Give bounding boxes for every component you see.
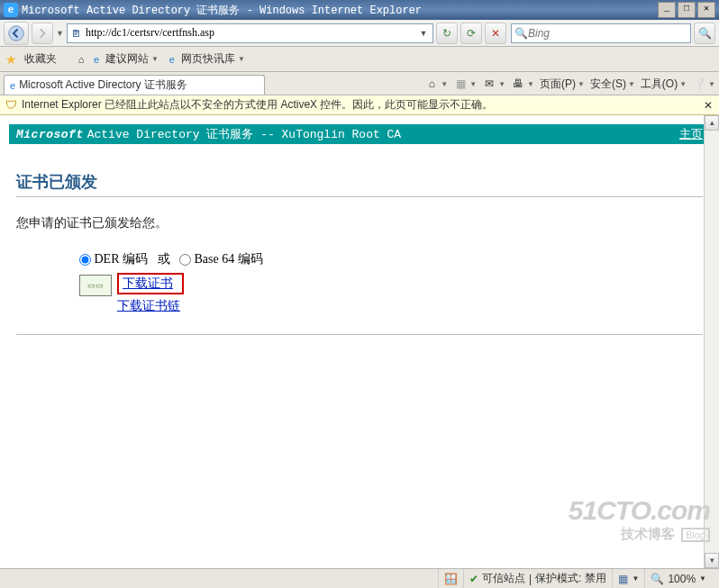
favorites-bar: ★ 收藏夹 ⌂ e 建议网站 ▼ e 网页快讯库 ▼ [0, 47, 719, 72]
chevron-down-icon: ▼ [708, 80, 715, 88]
favorites-item-label: 网页快讯库 [181, 51, 235, 67]
certsrv-banner-product: Microsoft [16, 128, 84, 141]
shield-check-icon: ✔ [469, 573, 478, 585]
certsrv-banner-text: Active Directory 证书服务 -- XuTonglin Root … [87, 126, 401, 142]
forward-button[interactable] [32, 23, 53, 44]
window-close-button[interactable]: ✕ [697, 2, 715, 18]
search-input[interactable] [528, 27, 688, 40]
content-area: Microsoft Active Directory 证书服务 -- XuTon… [0, 115, 719, 568]
home-icon: ⌂ [424, 77, 439, 91]
divider [16, 196, 703, 197]
page-menu[interactable]: 页面(P)▼ [540, 77, 585, 92]
certsrv-banner: Microsoft Active Directory 证书服务 -- XuTon… [9, 124, 710, 144]
zoom-icon: 🔍 [651, 573, 664, 585]
status-zoom[interactable]: 🔍 100% ▼ [645, 569, 719, 588]
help-icon: ❔ [692, 77, 706, 91]
chevron-down-icon: ▼ [441, 80, 448, 88]
url-input[interactable] [86, 26, 416, 40]
scroll-up-button[interactable]: ▴ [705, 115, 719, 131]
chevron-down-icon: ▼ [699, 574, 706, 583]
tools-menu[interactable]: 工具(O)▼ [641, 77, 687, 92]
stop-button[interactable]: ✕ [485, 23, 506, 44]
mail-icon: ✉ [482, 77, 496, 91]
command-bar: ⌂▼ ▦▼ ✉▼ 🖶▼ 页面(P)▼ 安全(S)▼ 工具(O)▼ ❔▼ [424, 74, 715, 94]
page-heading: 证书已颁发 [16, 171, 703, 193]
search-go-button[interactable]: 🔍 [694, 23, 715, 44]
safety-menu-label: 安全(S) [590, 77, 626, 92]
help-button[interactable]: ❔▼ [692, 77, 715, 91]
status-bar: 🪟 ✔ 可信站点 | 保护模式: 禁用 ▦▼ 🔍 100% ▼ [0, 568, 719, 588]
watermark-small: 技术博客 [621, 526, 675, 541]
issued-message: 您申请的证书已颁发给您。 [16, 215, 703, 231]
encoding-base64[interactable]: Base 64 编码 [179, 252, 263, 266]
warning-icon: 🛡 [4, 98, 18, 113]
chevron-down-icon: ▼ [498, 80, 505, 88]
status-popup-icon[interactable]: 🪟 [439, 569, 464, 588]
search-box[interactable]: 🔍 [511, 23, 691, 43]
address-bar[interactable]: 🖹 ▼ [67, 23, 433, 43]
printer-icon: 🖶 [511, 77, 525, 91]
compat-button[interactable]: ↻ [436, 23, 458, 44]
tab-active[interactable]: e Microsoft Active Directory 证书服务 [4, 75, 265, 95]
radio-der[interactable] [79, 254, 91, 266]
minimize-button[interactable]: _ [658, 2, 676, 18]
status-trusted-label: 可信站点 [482, 571, 525, 586]
nav-dropdown-icon[interactable]: ▼ [56, 29, 64, 38]
radio-base64[interactable] [179, 254, 191, 266]
certificate-icon: ▭▭ [79, 275, 112, 296]
globe-icon: ▦ [618, 573, 628, 585]
download-cert-link[interactable]: 下载证书 [123, 276, 173, 290]
download-links: ▭▭ 下载证书 下载证书链 [79, 273, 703, 314]
tools-menu-label: 工具(O) [641, 77, 678, 92]
window-titlebar: e Microsoft Active Directory 证书服务 - Wind… [0, 0, 719, 20]
information-bar[interactable]: 🛡 Internet Explorer 已经阻止此站点以不安全的方式使用 Act… [0, 95, 719, 115]
refresh-button[interactable]: ⟳ [460, 23, 482, 44]
watermark: 51CTO.com 技术博客 Blog [569, 495, 710, 543]
mail-button[interactable]: ✉▼ [482, 77, 505, 91]
tab-bar: e Microsoft Active Directory 证书服务 ⌂▼ ▦▼ … [0, 72, 719, 95]
ie-small-icon: e [166, 53, 178, 66]
favorites-label: 收藏夹 [24, 51, 57, 67]
highlight-box: 下载证书 [117, 273, 184, 294]
safety-menu[interactable]: 安全(S)▼ [590, 77, 635, 92]
favorites-item-webslice[interactable]: e 网页快讯库 ▼ [166, 51, 245, 67]
infobar-close-button[interactable]: ✕ [701, 99, 715, 112]
encoding-der[interactable]: DER 编码 [79, 252, 148, 266]
chevron-down-icon: ▼ [238, 55, 245, 63]
radio-base64-label: Base 64 编码 [195, 252, 263, 266]
rss-icon: ▦ [453, 77, 468, 91]
favorites-star-icon[interactable]: ★ [5, 52, 17, 67]
ie-icon: e [4, 3, 18, 17]
chevron-down-icon: ▼ [679, 80, 687, 88]
nav-toolbar: ▼ 🖹 ▼ ↻ ⟳ ✕ 🔍 🔍 [0, 20, 719, 47]
maximize-button[interactable]: □ [678, 2, 696, 18]
window-buttons: _ □ ✕ [658, 2, 715, 18]
certsrv-home-link[interactable]: 主页 [679, 126, 703, 142]
page-icon: 🖹 [69, 26, 84, 41]
print-button[interactable]: 🖶▼ [511, 77, 534, 91]
chevron-down-icon: ▼ [578, 80, 585, 88]
chevron-down-icon: ▼ [151, 55, 159, 63]
home-button[interactable]: ⌂▼ [424, 77, 448, 91]
feeds-button[interactable]: ▦▼ [453, 77, 477, 91]
zoom-value: 100% [668, 573, 696, 585]
favorites-item-label: 建议网站 [105, 51, 149, 67]
scroll-down-button[interactable]: ▾ [705, 553, 719, 568]
vertical-scrollbar[interactable]: ▴ ▾ [704, 115, 719, 568]
status-protected-label: 保护模式: [535, 571, 581, 586]
status-zone-icon[interactable]: ▦▼ [613, 569, 645, 588]
status-protected-value: 禁用 [585, 571, 606, 586]
url-dropdown-icon[interactable]: ▼ [416, 29, 431, 38]
download-chain-link[interactable]: 下载证书链 [117, 298, 184, 314]
search-icon: 🔍 [514, 27, 528, 40]
encoding-or: 或 [158, 252, 170, 266]
status-trusted-zone[interactable]: ✔ 可信站点 | 保护模式: 禁用 [464, 569, 613, 588]
svg-point-0 [9, 25, 24, 41]
favorites-item-suggested[interactable]: ⌂ e 建议网站 ▼ [75, 51, 159, 67]
ie-small-icon: e [90, 53, 103, 66]
status-spacer [0, 569, 439, 588]
divider [16, 334, 703, 335]
back-button[interactable] [4, 22, 29, 45]
tab-title: Microsoft Active Directory 证书服务 [19, 77, 187, 93]
window-title: Microsoft Active Directory 证书服务 - Window… [22, 3, 658, 18]
